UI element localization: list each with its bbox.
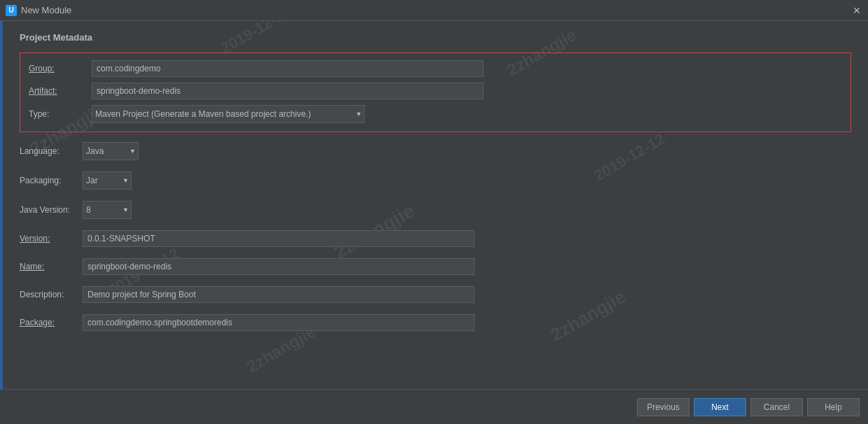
help-button[interactable]: Help: [807, 398, 860, 416]
main-content: Project Metadata Group: Artifact: Type: …: [0, 21, 868, 389]
artifact-input[interactable]: [92, 83, 484, 99]
language-label: Language:: [20, 146, 83, 156]
packaging-select[interactable]: Jar: [83, 171, 132, 190]
section-title: Project Metadata: [20, 32, 851, 43]
artifact-label: Artifact:: [29, 86, 92, 96]
window-title: New Module: [21, 5, 71, 15]
version-label: Version:: [20, 234, 83, 243]
artifact-row: Artifact:: [29, 83, 842, 99]
package-input[interactable]: [83, 314, 475, 331]
packaging-label: Packaging:: [20, 176, 83, 185]
metadata-box: Group: Artifact: Type: Maven Project (Ge…: [20, 52, 851, 132]
previous-button[interactable]: Previous: [637, 398, 690, 416]
app-icon: U: [6, 5, 17, 16]
cancel-button[interactable]: Cancel: [750, 398, 803, 416]
group-row: Group:: [29, 60, 842, 77]
java-version-row: Java Version: 8: [20, 201, 851, 219]
language-select[interactable]: Java: [83, 142, 139, 160]
version-row: Version:: [20, 230, 851, 247]
java-version-select-wrapper: 8: [83, 201, 132, 219]
type-row: Type: Maven Project (Generate a Maven ba…: [29, 105, 842, 123]
type-select[interactable]: Maven Project (Generate a Maven based pr…: [92, 105, 365, 123]
java-version-label: Java Version:: [20, 205, 83, 215]
title-bar-left: U New Module: [6, 5, 71, 16]
description-row: Description:: [20, 286, 851, 303]
name-label: Name:: [20, 262, 83, 271]
language-row: Language: Java: [20, 142, 851, 160]
java-version-select[interactable]: 8: [83, 201, 132, 219]
group-label: Group:: [29, 64, 92, 73]
name-row: Name:: [20, 258, 851, 275]
description-label: Description:: [20, 290, 83, 299]
package-row: Package:: [20, 314, 851, 331]
package-label: Package:: [20, 318, 83, 327]
version-input[interactable]: [83, 230, 475, 247]
type-label: Type:: [29, 109, 92, 119]
name-input[interactable]: [83, 258, 475, 275]
packaging-row: Packaging: Jar: [20, 171, 851, 190]
type-select-wrapper: Maven Project (Generate a Maven based pr…: [92, 105, 365, 123]
packaging-select-wrapper: Jar: [83, 171, 132, 190]
description-input[interactable]: [83, 286, 475, 303]
title-bar: U New Module ✕: [0, 0, 868, 21]
close-button[interactable]: ✕: [851, 5, 862, 16]
group-input[interactable]: [92, 60, 484, 77]
bottom-bar: Previous Next Cancel Help: [0, 389, 868, 424]
language-select-wrapper: Java: [83, 142, 139, 160]
next-button[interactable]: Next: [694, 398, 746, 416]
